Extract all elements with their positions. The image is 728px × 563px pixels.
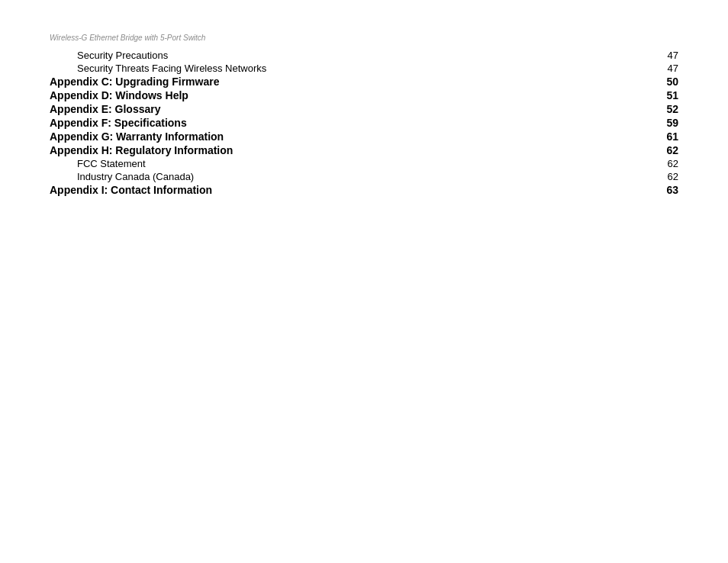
toc-title-appendix-g: Appendix G: Warranty Information bbox=[50, 130, 656, 143]
toc-title-industry-canada: Industry Canada (Canada) bbox=[77, 171, 656, 182]
toc-title-appendix-h: Appendix H: Regulatory Information bbox=[50, 144, 656, 156]
toc-entry-security-precautions: Security Precautions47 bbox=[50, 50, 678, 61]
toc-page-appendix-g: 61 bbox=[656, 130, 678, 143]
toc-title-security-precautions: Security Precautions bbox=[77, 50, 656, 61]
toc-entry-security-threats: Security Threats Facing Wireless Network… bbox=[50, 63, 678, 74]
toc-entry-industry-canada: Industry Canada (Canada)62 bbox=[50, 171, 678, 182]
toc-page-industry-canada: 62 bbox=[656, 171, 678, 182]
toc-title-appendix-f: Appendix F: Specifications bbox=[50, 117, 656, 129]
toc-title-appendix-c: Appendix C: Upgrading Firmware bbox=[50, 76, 656, 88]
toc-page-fcc-statement: 62 bbox=[656, 158, 678, 169]
toc-page-appendix-f: 59 bbox=[656, 117, 678, 129]
toc-entry-appendix-d: Appendix D: Windows Help51 bbox=[50, 89, 678, 101]
toc-page-appendix-e: 52 bbox=[656, 103, 678, 115]
toc-page-security-threats: 47 bbox=[656, 63, 678, 74]
toc-title-fcc-statement: FCC Statement bbox=[77, 158, 656, 169]
toc-entry-appendix-e: Appendix E: Glossary52 bbox=[50, 103, 678, 115]
toc-page-security-precautions: 47 bbox=[656, 50, 678, 61]
toc-page-appendix-i: 63 bbox=[656, 184, 678, 196]
toc-title-security-threats: Security Threats Facing Wireless Network… bbox=[77, 63, 656, 74]
toc-entry-appendix-c: Appendix C: Upgrading Firmware50 bbox=[50, 76, 678, 88]
toc-container: Security Precautions47Security Threats F… bbox=[50, 50, 678, 198]
page-header: Wireless-G Ethernet Bridge with 5-Port S… bbox=[50, 34, 205, 42]
toc-page-appendix-c: 50 bbox=[656, 76, 678, 88]
toc-entry-appendix-g: Appendix G: Warranty Information61 bbox=[50, 130, 678, 143]
toc-title-appendix-e: Appendix E: Glossary bbox=[50, 103, 656, 115]
toc-entry-appendix-h: Appendix H: Regulatory Information62 bbox=[50, 144, 678, 156]
toc-entry-fcc-statement: FCC Statement62 bbox=[50, 158, 678, 169]
toc-page-appendix-h: 62 bbox=[656, 144, 678, 156]
toc-entry-appendix-f: Appendix F: Specifications59 bbox=[50, 117, 678, 129]
toc-title-appendix-d: Appendix D: Windows Help bbox=[50, 89, 656, 101]
header-title: Wireless-G Ethernet Bridge with 5-Port S… bbox=[50, 34, 205, 42]
toc-title-appendix-i: Appendix I: Contact Information bbox=[50, 184, 656, 196]
toc-page-appendix-d: 51 bbox=[656, 89, 678, 101]
toc-entry-appendix-i: Appendix I: Contact Information63 bbox=[50, 184, 678, 196]
